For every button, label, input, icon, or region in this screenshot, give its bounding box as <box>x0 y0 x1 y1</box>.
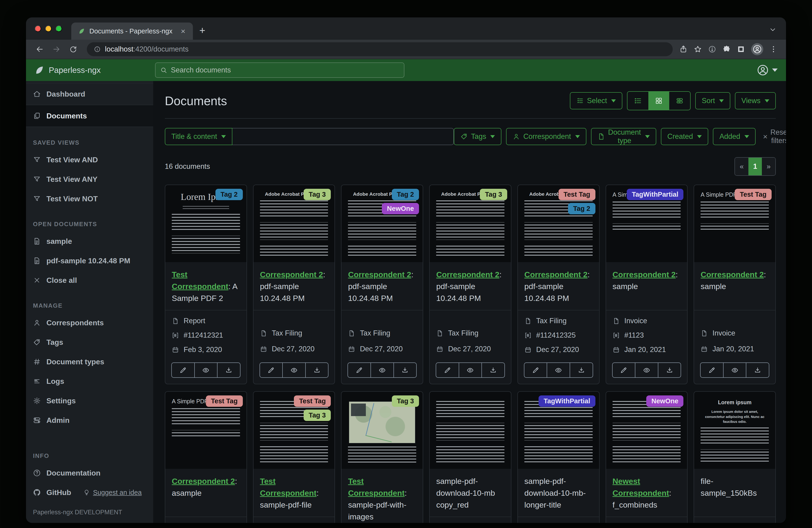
sidebar-item-tags[interactable]: Tags <box>26 332 153 352</box>
preview-button[interactable] <box>635 362 658 378</box>
tag-badge-newone[interactable]: NewOne <box>646 396 683 407</box>
document-thumbnail[interactable]: A Simple PDF File Test Tag <box>694 185 775 262</box>
correspondent-link[interactable]: Correspondent 2 <box>172 477 235 486</box>
minimize-window-button[interactable] <box>45 26 52 32</box>
suggest-an-idea-link[interactable]: Suggest an idea <box>83 489 142 496</box>
app-brand[interactable]: Paperless-ngx <box>34 65 155 75</box>
tag-badge-tag-2[interactable]: Tag 2 <box>568 203 595 214</box>
tag-badge-tagwithpartial[interactable]: TagWithPartial <box>539 396 595 407</box>
tag-badge-tag-2[interactable]: Tag 2 <box>392 189 419 200</box>
sidebar-item-test-view-any[interactable]: Test View ANY <box>26 170 153 189</box>
reset-filters-button[interactable]: × Reset filters <box>762 128 786 145</box>
forward-button[interactable] <box>49 44 63 55</box>
document-thumbnail[interactable]: Adobe Acrobat PDF Files Test TagTag 2 <box>518 185 599 262</box>
select-dropdown-button[interactable]: Select <box>570 92 622 109</box>
bookmark-star-icon[interactable] <box>694 45 702 53</box>
new-tab-button[interactable]: + <box>198 24 207 37</box>
preview-button[interactable] <box>547 362 570 378</box>
document-thumbnail[interactable]: Adobe Acrobat PDF Files Tag 3 <box>253 185 335 262</box>
preview-button[interactable] <box>282 362 306 378</box>
correspondent-link[interactable]: Correspondent 2 <box>260 270 323 279</box>
correspondent-link[interactable]: Correspondent 2 <box>524 270 588 279</box>
edit-button[interactable] <box>436 362 459 378</box>
sidebar-item-documents[interactable]: Documents <box>26 105 153 127</box>
added-filter-button[interactable]: Added <box>713 128 756 145</box>
download-button[interactable] <box>658 362 681 378</box>
document-thumbnail[interactable]: A Simple PDF File TagWithPartial <box>606 185 687 262</box>
sidebar-item-documentation[interactable]: Documentation <box>26 463 153 483</box>
tag-badge-tag-3[interactable]: Tag 3 <box>392 396 419 407</box>
sidebar-item-logs[interactable]: Logs <box>26 371 153 391</box>
current-page-button[interactable]: 1 <box>749 158 762 175</box>
correspondent-link[interactable]: Newest Correspondent <box>613 477 669 497</box>
download-button[interactable] <box>217 362 241 378</box>
correspondent-link[interactable]: Correspondent 2 <box>436 270 499 279</box>
edit-button[interactable] <box>260 362 283 378</box>
tag-badge-test-tag[interactable]: Test Tag <box>294 396 331 407</box>
tag-badge-tag-3[interactable]: Tag 3 <box>304 410 331 421</box>
next-page-button[interactable]: » <box>762 158 775 175</box>
document-thumbnail[interactable]: A Simple PDF File Test Tag <box>165 392 247 469</box>
document-thumbnail[interactable] <box>430 392 511 469</box>
sidebar-item-pdf-sample-10-24-48-pm[interactable]: pdf-sample 10.24.48 PM <box>26 251 153 271</box>
created-filter-button[interactable]: Created <box>661 128 708 145</box>
sidebar-item-correspondents[interactable]: Correspondents <box>26 313 153 332</box>
document-thumbnail[interactable]: NewOne <box>606 392 687 469</box>
sidebar-item-test-view-and[interactable]: Test View AND <box>26 150 153 170</box>
sidebar-item-settings[interactable]: Settings <box>26 391 153 411</box>
correspondent-link[interactable]: Test Correspondent <box>260 477 317 497</box>
sort-dropdown-button[interactable]: Sort <box>695 92 730 109</box>
document-thumbnail[interactable]: Test TagTag 3 <box>253 392 335 469</box>
detail-view-button[interactable] <box>669 92 690 110</box>
correspondent-filter-button[interactable]: Correspondent <box>506 128 586 145</box>
tag-badge-tag-3[interactable]: Tag 3 <box>304 189 331 200</box>
filter-text-input[interactable] <box>232 128 454 145</box>
grid-view-button[interactable] <box>648 92 669 110</box>
sidebar-item-admin[interactable]: Admin <box>26 411 153 430</box>
browser-tab[interactable]: Documents - Paperless-ngx × <box>71 23 193 40</box>
document-thumbnail[interactable]: Adobe Acrobat PDF Files Tag 2NewOne <box>342 185 423 262</box>
download-button[interactable] <box>481 362 505 378</box>
search-input[interactable] <box>170 66 399 74</box>
back-button[interactable] <box>32 44 47 55</box>
tag-badge-test-tag[interactable]: Test Tag <box>559 189 595 200</box>
tag-badge-tagwithpartial[interactable]: TagWithPartial <box>627 189 684 200</box>
sidebar-item-dashboard[interactable]: Dashboard <box>26 83 153 105</box>
download-button[interactable] <box>570 362 593 378</box>
reload-button[interactable] <box>66 44 80 55</box>
browser-profile-avatar[interactable] <box>751 43 763 55</box>
download-button[interactable] <box>746 362 769 378</box>
correspondent-link[interactable]: Correspondent 2 <box>348 270 411 279</box>
sidebar-item-sample[interactable]: sample <box>26 231 153 251</box>
address-bar[interactable]: localhost:4200/documents <box>87 42 673 56</box>
preview-button[interactable] <box>371 362 394 378</box>
preview-button[interactable] <box>194 362 218 378</box>
correspondent-link[interactable]: Test Correspondent <box>348 477 405 497</box>
sidebar-item-test-view-not[interactable]: Test View NOT <box>26 189 153 209</box>
edit-button[interactable] <box>524 362 547 378</box>
preview-button[interactable] <box>459 362 482 378</box>
download-button[interactable] <box>305 362 329 378</box>
side-panel-icon[interactable] <box>737 45 745 53</box>
site-info-icon[interactable] <box>94 46 101 53</box>
previous-page-button[interactable]: « <box>735 158 749 175</box>
download-button[interactable] <box>393 362 417 378</box>
sidebar-item-close-all[interactable]: Close all <box>26 271 153 290</box>
user-menu[interactable] <box>757 64 778 76</box>
browser-menu-kebab-icon[interactable] <box>769 45 778 53</box>
close-window-button[interactable] <box>35 26 41 32</box>
document-thumbnail[interactable]: Lorem Ipsum Tag 2 <box>165 185 247 262</box>
edit-button[interactable] <box>612 362 636 378</box>
tags-filter-button[interactable]: Tags <box>454 128 502 145</box>
correspondent-link[interactable]: Test Correspondent <box>172 270 229 291</box>
document-thumbnail[interactable]: Lorem ipsum Lorem ipsum dolor sit amet, … <box>694 392 775 469</box>
edit-button[interactable] <box>348 362 371 378</box>
edit-button[interactable] <box>700 362 724 378</box>
sidebar-item-github[interactable]: GitHubSuggest an idea <box>26 483 153 502</box>
views-dropdown-button[interactable]: Views <box>735 92 776 109</box>
document-thumbnail[interactable]: TagWithPartial <box>518 392 599 469</box>
document-type-filter-button[interactable]: Document type <box>591 128 656 145</box>
password-manager-icon[interactable] <box>708 45 716 53</box>
filter-field-dropdown[interactable]: Title & content <box>165 128 232 145</box>
sidebar-item-document-types[interactable]: Document types <box>26 352 153 371</box>
